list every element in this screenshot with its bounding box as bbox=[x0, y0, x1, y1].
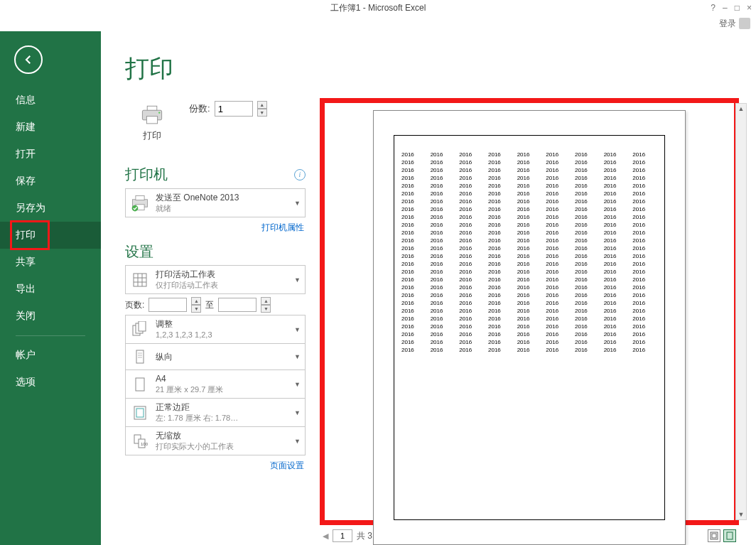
preview-cell: 2016 bbox=[431, 237, 455, 244]
preview-cell: 2016 bbox=[604, 300, 629, 306]
copies-input[interactable] bbox=[215, 101, 253, 117]
help-icon[interactable]: ? bbox=[711, 3, 716, 13]
current-page-input[interactable] bbox=[333, 529, 352, 542]
svg-rect-2 bbox=[146, 117, 157, 124]
preview-cell: 2016 bbox=[488, 198, 513, 205]
preview-cell: 2016 bbox=[517, 308, 542, 314]
window-title: 工作簿1 - Microsoft Excel bbox=[330, 2, 426, 14]
preview-cell: 2016 bbox=[401, 292, 426, 298]
sidebar-item-保存[interactable]: 保存 bbox=[0, 168, 101, 195]
copies-spinner[interactable]: ▲ ▼ bbox=[257, 101, 267, 117]
margins-select[interactable]: 正常边距左: 1.78 厘米 右: 1.78… ▼ bbox=[125, 398, 306, 427]
close-icon[interactable]: × bbox=[747, 3, 752, 13]
preview-cell: 2016 bbox=[459, 159, 484, 166]
preview-cell: 2016 bbox=[575, 284, 600, 291]
show-margins-button[interactable] bbox=[708, 529, 720, 542]
preview-cell: 2016 bbox=[401, 237, 426, 244]
preview-cell: 2016 bbox=[459, 190, 484, 197]
preview-cell: 2016 bbox=[546, 183, 571, 189]
preview-cell: 2016 bbox=[431, 292, 455, 298]
preview-cell: 2016 bbox=[459, 167, 484, 173]
preview-cell: 2016 bbox=[604, 159, 629, 166]
info-icon[interactable]: i bbox=[294, 169, 306, 180]
preview-cell: 2016 bbox=[604, 331, 629, 338]
sidebar-item-共享[interactable]: 共享 bbox=[0, 249, 101, 276]
preview-cell: 2016 bbox=[546, 323, 571, 330]
preview-cell: 2016 bbox=[575, 167, 600, 173]
sidebar-item-选项[interactable]: 选项 bbox=[0, 369, 101, 396]
back-arrow-icon bbox=[22, 53, 35, 66]
preview-cell: 2016 bbox=[431, 151, 455, 158]
preview-cell: 2016 bbox=[546, 269, 571, 275]
scroll-up-icon[interactable]: ▲ bbox=[738, 105, 745, 112]
printer-properties-link[interactable]: 打印机属性 bbox=[125, 222, 304, 234]
preview-cell: 2016 bbox=[632, 347, 657, 353]
zoom-to-page-button[interactable] bbox=[723, 529, 736, 542]
preview-cell: 2016 bbox=[431, 245, 455, 252]
preview-cell: 2016 bbox=[459, 292, 484, 298]
sidebar-item-导出[interactable]: 导出 bbox=[0, 276, 101, 303]
spinner-up-icon[interactable]: ▲ bbox=[257, 101, 267, 109]
login-link[interactable]: 登录 bbox=[719, 18, 736, 30]
preview-cell: 2016 bbox=[488, 253, 513, 259]
preview-cell: 2016 bbox=[517, 331, 542, 338]
print-button[interactable]: 打印 bbox=[125, 98, 179, 149]
preview-cell: 2016 bbox=[575, 230, 600, 236]
preview-cell: 2016 bbox=[575, 237, 600, 244]
pages-from-spinner[interactable]: ▲▼ bbox=[191, 297, 201, 313]
preview-cell: 2016 bbox=[488, 245, 513, 252]
preview-cell: 2016 bbox=[632, 308, 657, 314]
printer-select[interactable]: 发送至 OneNote 2013 就绪 ▼ bbox=[125, 188, 306, 217]
orientation-select[interactable]: 纵向 ▼ bbox=[125, 343, 306, 370]
preview-cell: 2016 bbox=[546, 175, 571, 181]
page-setup-link[interactable]: 页面设置 bbox=[125, 460, 304, 472]
preview-cell: 2016 bbox=[459, 339, 484, 345]
scaling-select[interactable]: 100 无缩放打印实际大小的工作表 ▼ bbox=[125, 426, 306, 455]
back-button[interactable] bbox=[14, 45, 43, 74]
sidebar-item-打印[interactable]: 打印 bbox=[0, 222, 101, 249]
preview-cell: 2016 bbox=[517, 237, 542, 244]
preview-scrollbar[interactable]: ▲ ▼ bbox=[735, 103, 747, 520]
preview-cell: 2016 bbox=[632, 339, 657, 345]
minimize-icon[interactable]: – bbox=[723, 3, 728, 13]
svg-rect-16 bbox=[136, 350, 144, 363]
sidebar-item-信息[interactable]: 信息 bbox=[0, 87, 101, 114]
preview-cell: 2016 bbox=[488, 347, 513, 353]
sidebar-item-关闭[interactable]: 关闭 bbox=[0, 303, 101, 330]
preview-cell: 2016 bbox=[401, 167, 426, 173]
sidebar-item-另存为[interactable]: 另存为 bbox=[0, 195, 101, 222]
spinner-down-icon[interactable]: ▼ bbox=[257, 109, 267, 117]
preview-cell: 2016 bbox=[632, 269, 657, 275]
sidebar-item-新建[interactable]: 新建 bbox=[0, 114, 101, 141]
svg-rect-27 bbox=[712, 534, 716, 538]
preview-cell: 2016 bbox=[401, 300, 426, 306]
pages-to-spinner[interactable]: ▲▼ bbox=[261, 297, 271, 313]
sidebar-item-帐户[interactable]: 帐户 bbox=[0, 342, 101, 369]
preview-cell: 2016 bbox=[401, 151, 426, 158]
preview-cell: 2016 bbox=[546, 284, 571, 291]
maximize-icon[interactable]: □ bbox=[735, 3, 740, 13]
pages-from-input[interactable] bbox=[148, 298, 187, 312]
preview-cell: 2016 bbox=[632, 159, 657, 166]
preview-cell: 2016 bbox=[632, 276, 657, 283]
preview-cell: 2016 bbox=[632, 245, 657, 252]
print-area-select[interactable]: 打印活动工作表仅打印活动工作表 ▼ bbox=[125, 265, 306, 294]
settings-section-title: 设置 bbox=[125, 242, 153, 261]
collate-select[interactable]: 调整1,2,3 1,2,3 1,2,3 ▼ bbox=[125, 315, 306, 344]
sidebar-item-打开[interactable]: 打开 bbox=[0, 141, 101, 168]
preview-cell: 2016 bbox=[632, 151, 657, 158]
preview-cell: 2016 bbox=[401, 269, 426, 275]
preview-cell: 2016 bbox=[517, 315, 542, 322]
chevron-down-icon: ▼ bbox=[294, 200, 301, 207]
preview-cell: 2016 bbox=[575, 159, 600, 166]
pages-to-input[interactable] bbox=[218, 298, 256, 312]
avatar[interactable] bbox=[739, 18, 750, 29]
preview-cell: 2016 bbox=[459, 214, 484, 220]
preview-cell: 2016 bbox=[517, 183, 542, 189]
paper-icon bbox=[130, 374, 150, 394]
preview-cell: 2016 bbox=[546, 151, 571, 158]
scroll-down-icon[interactable]: ▼ bbox=[738, 511, 745, 518]
paper-size-select[interactable]: A421 厘米 x 29.7 厘米 ▼ bbox=[125, 369, 306, 399]
prev-page-button[interactable]: ◀ bbox=[323, 531, 328, 541]
preview-cell: 2016 bbox=[517, 151, 542, 158]
